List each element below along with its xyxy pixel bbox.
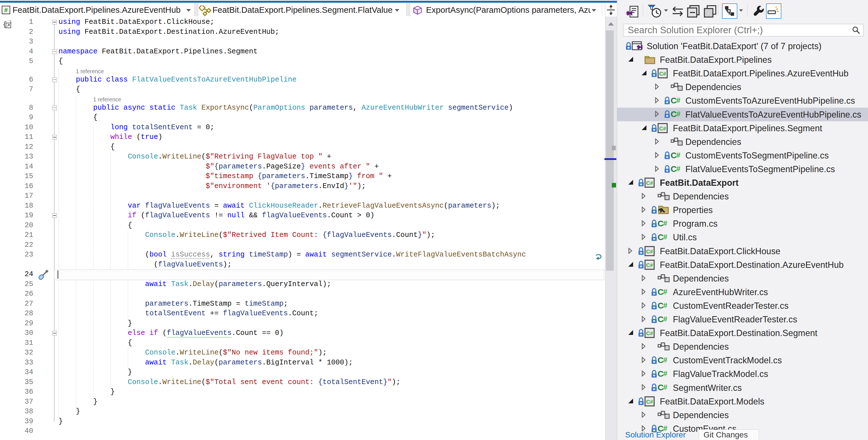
svg-text:#: # [663,287,668,296]
svg-text:#: # [663,356,668,364]
svg-text:C#: C# [646,399,653,405]
svg-text:C: C [657,287,664,296]
svg-text:C#: C# [646,262,653,268]
svg-text:#: # [676,164,681,173]
svg-text:C: C [657,233,664,242]
svg-text:C#: C# [646,249,653,254]
svg-text:C: C [657,301,664,310]
svg-text:#: # [663,233,668,241]
svg-text:#: # [676,96,681,104]
svg-text:#: # [663,219,668,227]
svg-text:#: # [4,6,8,13]
svg-text:C: C [657,369,664,378]
svg-text:C: C [671,109,677,119]
svg-text:C: C [671,96,677,105]
svg-text:C: C [671,164,677,174]
svg-text:#: # [663,369,668,378]
svg-text:#: # [663,315,668,323]
svg-text:#: # [676,151,681,159]
svg-text:C#: C# [646,331,653,336]
svg-text:C: C [671,151,677,160]
svg-text:C#: C# [659,126,666,131]
svg-text:C: C [657,315,664,324]
svg-text:#: # [663,301,668,310]
svg-text:#: # [676,109,681,118]
svg-text:C#: C# [659,71,666,77]
svg-text:C: C [657,383,664,392]
svg-text:C: C [657,219,664,228]
svg-text:C#: C# [646,180,653,186]
svg-text:#: # [663,383,668,391]
svg-text:C: C [657,356,664,365]
